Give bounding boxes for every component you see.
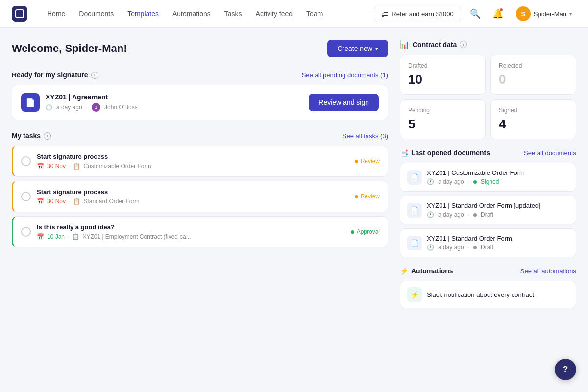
doc-item-meta: 🕐 a day ago · Draft [427, 244, 569, 251]
notification-dot [499, 8, 503, 12]
doc-item-meta: 🕐 a day ago · Draft [427, 211, 569, 218]
automation-item[interactable]: ⚡ Slack notification about every contrac… [400, 281, 576, 308]
nav-home[interactable]: Home [41, 7, 71, 21]
signature-section-title: Ready for my signature [12, 71, 88, 79]
doc-file-icon: 📄 [407, 170, 422, 185]
doc-item-body: XYZ01 | Standard Order Form [updated] 🕐 … [427, 202, 569, 218]
contract-data-header: 📊 Contract data i [400, 40, 576, 49]
task-meta: 📅 30 Nov · 📋 Standard Order Form [37, 198, 349, 205]
nav-automations[interactable]: Automations [167, 7, 217, 21]
doc-item-body: XYZ01 | Standard Order Form 🕐 a day ago … [427, 235, 569, 251]
stat-pending: Pending 5 [400, 99, 486, 139]
calendar-icon: 📅 [37, 198, 44, 205]
badge-dot [355, 160, 358, 163]
task-meta: 📅 30 Nov · 📋 Customizable Order Form [37, 163, 349, 170]
see-all-tasks-link[interactable]: See all tasks (3) [343, 132, 388, 140]
doc-item[interactable]: 📄 XYZ01 | Customizable Order Form 🕐 a da… [400, 163, 576, 192]
task-item: Is this really a good idea? 📅 10 Jan · 📋… [12, 216, 388, 247]
slack-icon: ⚡ [407, 287, 422, 302]
stat-rejected-label: Rejected [499, 62, 568, 69]
separator: · [468, 178, 469, 185]
contract-data-info-icon[interactable]: i [460, 41, 467, 48]
contract-data-title: Contract data [413, 41, 457, 49]
task-title: Is this really a good idea? [37, 223, 345, 231]
user-avatar: S [516, 6, 531, 21]
clock-icon: 🕐 [46, 104, 52, 111]
see-all-documents-link[interactable]: See all documents [524, 149, 576, 157]
automations-title: Automations [411, 267, 453, 275]
signature-info-icon[interactable]: i [91, 72, 98, 79]
tasks-section-title: My tasks [12, 132, 41, 140]
task-doc-name: XYZ01 | Employment Contract (fixed pa... [82, 233, 191, 240]
stat-signed-value: 4 [499, 117, 568, 132]
create-new-button[interactable]: Create new ▾ [327, 40, 388, 57]
nav-tasks[interactable]: Tasks [219, 7, 248, 21]
author-avatar: J [92, 103, 100, 112]
signature-section-header: Ready for my signature i See all pending… [12, 71, 388, 79]
chart-icon: 📊 [400, 40, 410, 49]
task-checkbox[interactable] [21, 192, 31, 201]
task-badge: Review [355, 193, 380, 200]
doc-icon: 📋 [72, 233, 79, 240]
last-opened-section: 📑 Last opened documents See all document… [400, 149, 576, 257]
review-sign-label: Review and sign [318, 98, 369, 106]
automation-title: Slack notification about every contract [427, 291, 534, 298]
automations-section: ⚡ Automations See all automations ⚡ Slac… [400, 267, 576, 308]
nav-team[interactable]: Team [300, 7, 329, 21]
tasks-section: My tasks i See all tasks (3) Start signa… [12, 132, 388, 247]
refer-button[interactable]: 🏷 Refer and earn $1000 [374, 6, 461, 22]
task-checkbox[interactable] [21, 156, 31, 166]
bolt-icon: ⚡ [400, 267, 408, 275]
stat-pending-label: Pending [408, 107, 477, 114]
doc-item[interactable]: 📄 XYZ01 | Standard Order Form [updated] … [400, 196, 576, 224]
status-draft-dot [473, 246, 477, 249]
user-menu[interactable]: S Spider-Man ▾ [512, 4, 576, 23]
doc-time: a day ago [438, 244, 464, 251]
sig-meta: 🕐 a day ago · J John O'Boss [46, 103, 138, 112]
navbar: Home Documents Templates Automations Tas… [0, 0, 588, 28]
task-meta: 📅 10 Jan · 📋 XYZ01 | Employment Contract… [37, 233, 345, 240]
calendar-icon: 📅 [37, 163, 44, 170]
sig-left: 📄 XYZ01 | Agreement 🕐 a day ago · J John… [21, 93, 138, 112]
review-sign-button[interactable]: Review and sign [309, 94, 379, 111]
tag-icon: 🏷 [381, 10, 389, 18]
stat-drafted-label: Drafted [408, 62, 477, 69]
doc-status: Signed [481, 178, 499, 185]
nav-templates[interactable]: Templates [122, 7, 165, 21]
task-checkbox[interactable] [21, 227, 31, 237]
chevron-down-icon: ▾ [569, 11, 572, 17]
documents-icon: 📑 [400, 149, 408, 157]
badge-label: Review [361, 158, 380, 165]
doc-file-icon: 📄 [407, 203, 422, 218]
search-button[interactable]: 🔍 [467, 5, 484, 22]
nav-activity-feed[interactable]: Activity feed [250, 7, 298, 21]
doc-item-title: XYZ01 | Standard Order Form [427, 235, 569, 242]
page-header: Welcome, Spider-Man! Create new ▾ [12, 40, 388, 57]
app-logo[interactable] [12, 6, 27, 22]
refer-label: Refer and earn $1000 [392, 10, 453, 18]
main-content: Welcome, Spider-Man! Create new ▾ Ready … [0, 28, 588, 320]
separator: · [468, 211, 469, 218]
task-date: 10 Jan [47, 233, 65, 240]
notifications-button[interactable]: 🔔 [490, 5, 506, 22]
doc-icon: 📋 [73, 163, 80, 170]
clock-icon: 🕐 [427, 244, 434, 251]
doc-item-meta: 🕐 a day ago · Signed [427, 178, 569, 185]
nav-documents[interactable]: Documents [73, 7, 120, 21]
doc-item[interactable]: 📄 XYZ01 | Standard Order Form 🕐 a day ag… [400, 228, 576, 257]
tasks-title-row: My tasks i [12, 132, 51, 140]
see-all-automations-link[interactable]: See all automations [520, 268, 576, 275]
doc-file-icon: 📄 [407, 236, 422, 250]
sig-info: XYZ01 | Agreement 🕐 a day ago · J John O… [46, 93, 138, 112]
last-opened-title-row: 📑 Last opened documents [400, 149, 490, 157]
separator: · [468, 244, 469, 251]
search-icon: 🔍 [470, 8, 481, 19]
stat-drafted: Drafted 10 [400, 55, 486, 95]
see-all-pending-link[interactable]: See all pending documents (1) [302, 72, 388, 79]
doc-item-title: XYZ01 | Standard Order Form [updated] [427, 202, 569, 209]
right-column: 📊 Contract data i Drafted 10 Rejected 0 … [400, 40, 576, 308]
calendar-icon: 📅 [37, 233, 44, 240]
stat-signed: Signed 4 [490, 99, 576, 139]
stat-signed-label: Signed [499, 107, 568, 114]
tasks-info-icon[interactable]: i [44, 132, 51, 140]
